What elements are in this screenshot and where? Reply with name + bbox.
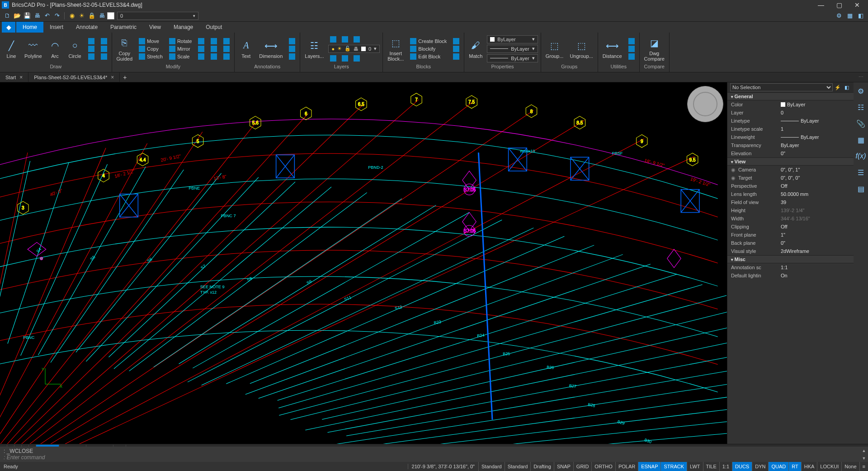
dimension-button[interactable]: ⟷Dimension	[257, 38, 284, 60]
array-button[interactable]	[196, 53, 206, 60]
point-button[interactable]	[86, 53, 96, 60]
property-row[interactable]: Height139'-2 1/4"	[727, 206, 854, 214]
toggle-quad[interactable]: QUAD	[768, 462, 788, 471]
print-icon[interactable]: 🖶	[33, 11, 42, 20]
layer-tool-icon[interactable]	[340, 55, 350, 62]
distance-button[interactable]: ⟷Distance	[601, 38, 624, 60]
toggle-polar[interactable]: POLAR	[615, 462, 638, 471]
property-row[interactable]: ColorByLayer	[727, 100, 854, 109]
drawing-viewport[interactable]: .g-red{stroke:#f00;fill:none} .g-cyan{st…	[0, 82, 727, 444]
tab-parametric[interactable]: Parametric	[104, 22, 143, 33]
toggle-hka[interactable]: HKA	[801, 462, 817, 471]
layer-color-swatch[interactable]	[107, 12, 114, 19]
toggle-lwt[interactable]: LWT	[687, 462, 703, 471]
region-button[interactable]	[99, 53, 109, 60]
layer-tool-icon[interactable]	[328, 55, 338, 62]
tab-output[interactable]: Output	[199, 22, 228, 33]
ellipse-button[interactable]	[99, 45, 109, 52]
toggle-ortho[interactable]: ORTHO	[591, 462, 615, 471]
leader-button[interactable]	[287, 38, 297, 45]
property-row[interactable]: LinetypeByLayer	[727, 117, 854, 125]
quickselect-icon[interactable]: ⚡	[834, 83, 842, 91]
mtext-button[interactable]	[287, 53, 297, 60]
rect-button[interactable]	[86, 38, 96, 45]
trim-button[interactable]	[196, 38, 206, 45]
new-tab-button[interactable]: +	[120, 74, 130, 81]
insert-block-button[interactable]: ⬚Insert Block...	[386, 35, 406, 62]
layer-tool-icon[interactable]	[352, 36, 362, 43]
attachments-icon[interactable]: 📎	[856, 119, 866, 128]
tab-manage[interactable]: Manage	[167, 22, 199, 33]
fillet-button[interactable]	[196, 45, 206, 52]
property-row[interactable]: Back plane0"	[727, 239, 854, 247]
property-row[interactable]: Lens length50.0000 mm	[727, 190, 854, 198]
toggle-esnap[interactable]: ESNAP	[638, 462, 660, 471]
text-button[interactable]: AText	[237, 38, 255, 60]
property-row[interactable]: ClippingOff	[727, 223, 854, 231]
layer-dropdown[interactable]: 0	[117, 12, 198, 20]
selection-dropdown[interactable]: No Selection	[730, 83, 833, 91]
arc-button[interactable]: ◠Arc	[47, 38, 64, 60]
stretch-button[interactable]: Stretch	[137, 53, 165, 60]
close-icon[interactable]: ×	[19, 74, 23, 81]
align-button[interactable]	[222, 53, 231, 60]
close-button[interactable]: ✕	[848, 0, 866, 10]
polyline-button[interactable]: 〰Polyline	[23, 38, 44, 60]
move-button[interactable]: Move	[137, 38, 165, 45]
toggle-1:1[interactable]: 1:1	[719, 462, 732, 471]
lineweight-combo[interactable]: ByLayer	[487, 54, 538, 62]
toggle-strack[interactable]: STRACK	[660, 462, 687, 471]
toggle-dyn[interactable]: DYN	[752, 462, 768, 471]
toggle-rt[interactable]: RT	[788, 462, 801, 471]
layer-tool-icon[interactable]	[352, 55, 362, 62]
toggle-ducs[interactable]: DUCS	[732, 462, 752, 471]
property-row[interactable]: LineweightByLayer	[727, 133, 854, 141]
group-button[interactable]: ⬚Group...	[544, 38, 566, 60]
erase-button[interactable]	[209, 38, 219, 45]
property-row[interactable]: Width344'-6 13/16"	[727, 214, 854, 223]
property-row[interactable]: Elevation0"	[727, 149, 854, 157]
tool-icon[interactable]: ⚙	[835, 11, 844, 20]
layer-tool-icon[interactable]	[328, 36, 338, 43]
property-group-view[interactable]: View	[727, 157, 854, 166]
layer-plot-icon[interactable]: 🖶	[97, 11, 106, 20]
open-icon[interactable]: 📂	[13, 11, 22, 20]
explode-button[interactable]	[209, 45, 219, 52]
blockify-button[interactable]: Blockify	[408, 45, 448, 52]
property-row[interactable]: TransparencyByLayer	[727, 141, 854, 149]
spline-button[interactable]	[99, 38, 109, 45]
tab-file[interactable]: Plans-Sheet-S2-05-LEVELS3&4*×	[28, 72, 120, 82]
dimstyle-chip[interactable]: Standard	[505, 462, 531, 471]
layers-button[interactable]: ☷Layers...	[303, 38, 326, 60]
toggle-lockui[interactable]: LOCKUI	[817, 462, 841, 471]
property-row[interactable]: ◉Target0", 0", 0"	[727, 174, 854, 182]
ungroup-button[interactable]: ⬚Ungroup...	[568, 38, 594, 60]
property-row[interactable]: Layer0	[727, 109, 854, 117]
copy-button[interactable]: Copy	[137, 45, 165, 52]
util-button[interactable]	[627, 38, 637, 45]
settings-icon[interactable]: ⚙	[856, 86, 866, 96]
line-button[interactable]: ╱Line	[3, 38, 20, 60]
tiles-icon[interactable]: ▤	[856, 184, 866, 194]
fx-icon[interactable]: f(x)	[856, 151, 866, 161]
property-row[interactable]: Linetype scale1	[727, 125, 854, 133]
property-row[interactable]: Visual style2dWireframe	[727, 247, 854, 255]
property-row[interactable]: ◉Camera0", 0", 1"	[727, 166, 854, 174]
status-menu-icon[interactable]: ≡	[859, 462, 868, 471]
layer-tool-icon[interactable]	[340, 36, 350, 43]
tab-insert[interactable]: Insert	[43, 22, 70, 33]
layer-iso-icon[interactable]: ◉	[67, 11, 76, 20]
undo-icon[interactable]: ↶	[42, 11, 52, 20]
tab-home[interactable]: Home	[16, 22, 43, 33]
util-button[interactable]	[627, 45, 637, 52]
circle-button[interactable]: ○Circle	[66, 38, 84, 60]
chamfer-button[interactable]	[222, 45, 231, 52]
linetype-combo[interactable]: ByLayer	[487, 45, 538, 53]
app-menu-button[interactable]: ◆	[2, 22, 15, 33]
property-row[interactable]: Front plane1"	[727, 231, 854, 239]
property-row[interactable]: PerspectiveOff	[727, 182, 854, 190]
save-icon[interactable]: 💾	[23, 11, 32, 20]
layer-combo[interactable]: ●☀🔓🖶 0	[328, 45, 380, 53]
pickadd-icon[interactable]: ◧	[843, 83, 851, 91]
dwg-compare-button[interactable]: ◪Dwg Compare	[642, 35, 666, 62]
